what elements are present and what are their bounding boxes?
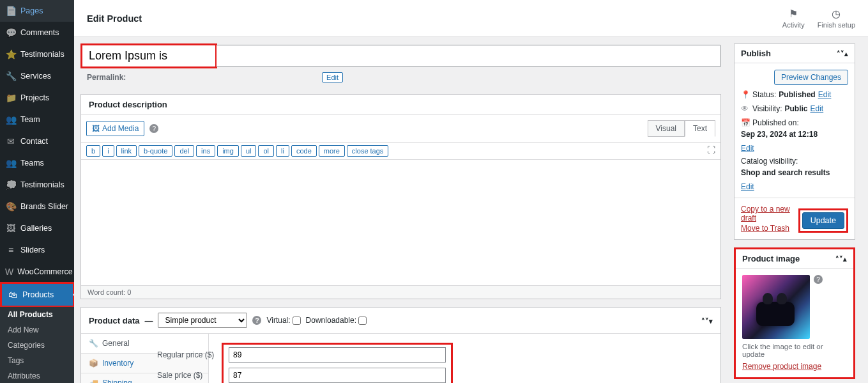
help-icon[interactable]: ? xyxy=(252,316,261,325)
qt-close[interactable]: close tags xyxy=(347,145,389,157)
qt-bold[interactable]: b xyxy=(86,145,100,157)
team-icon: 👥 xyxy=(5,114,17,125)
menu-galleries[interactable]: 🖼Galleries xyxy=(0,217,74,239)
menu-testimonials2[interactable]: 💭Testimonials xyxy=(0,174,74,196)
sliders-icon: ≡ xyxy=(5,244,17,256)
product-title-input[interactable] xyxy=(82,45,215,66)
edit-catalog-link[interactable]: Edit xyxy=(741,182,754,191)
menu-label: Teams xyxy=(20,159,44,168)
products-submenu: All Products Add New Categories Tags Att… xyxy=(0,307,74,383)
preview-changes-button[interactable]: Preview Changes xyxy=(774,70,848,85)
menu-contact[interactable]: ✉Contact xyxy=(0,130,74,152)
menu-woocommerce[interactable]: WWooCommerce xyxy=(0,261,74,283)
menu-pages[interactable]: 📄Pages xyxy=(0,0,74,22)
menu-projects[interactable]: 📁Projects xyxy=(0,87,74,109)
sub-attributes[interactable]: Attributes xyxy=(0,368,74,383)
qt-ul[interactable]: ul xyxy=(241,145,257,157)
folder-icon: 📁 xyxy=(5,92,17,104)
remove-image-link[interactable]: Remove product image xyxy=(742,362,821,371)
eye-icon: 👁 xyxy=(741,104,750,113)
publish-heading: Publish xyxy=(741,49,771,58)
sub-add-new[interactable]: Add New xyxy=(0,322,74,338)
qt-img[interactable]: img xyxy=(217,145,239,157)
copy-draft-link[interactable]: Copy to a new draft xyxy=(741,205,798,223)
page-title: Edit Product xyxy=(87,13,142,24)
virtual-checkbox-label[interactable]: Virtual: xyxy=(266,316,300,325)
product-image-panel: Product image˄˅▴ ? Click the image to ed… xyxy=(736,249,853,377)
editor-tab-text[interactable]: Text xyxy=(685,120,715,137)
update-button[interactable]: Update xyxy=(802,212,844,229)
downloadable-checkbox-label[interactable]: Downloadable: xyxy=(306,316,367,325)
edit-visibility-link[interactable]: Edit xyxy=(810,104,823,113)
qt-italic[interactable]: i xyxy=(102,145,114,157)
permalink-label: Permalink: xyxy=(87,73,126,82)
topbar-actions: ⚑Activity ◷Finish setup xyxy=(782,8,855,29)
sub-tags[interactable]: Tags xyxy=(0,353,74,368)
products-icon: 🛍 xyxy=(7,289,19,301)
menu-label: Galleries xyxy=(20,224,52,233)
menu-comments[interactable]: 💬Comments xyxy=(0,22,74,43)
help-icon[interactable]: ? xyxy=(149,124,158,133)
downloadable-checkbox[interactable] xyxy=(358,317,367,325)
edit-status-link[interactable]: Edit xyxy=(818,90,832,99)
menu-team[interactable]: 👥Team xyxy=(0,109,74,130)
calendar-icon: 📅 xyxy=(741,118,750,127)
pin-icon: 📍 xyxy=(741,90,750,99)
caret-icon[interactable]: ▴ xyxy=(844,50,848,58)
qt-link[interactable]: link xyxy=(116,145,137,157)
sub-categories[interactable]: Categories xyxy=(0,338,74,353)
edit-date-link[interactable]: Edit xyxy=(741,144,754,153)
activity-button[interactable]: ⚑Activity xyxy=(782,8,805,29)
menu-label: Testimonials xyxy=(20,50,65,59)
topbar: Edit Product ⚑Activity ◷Finish setup xyxy=(74,0,868,37)
qt-li[interactable]: li xyxy=(276,145,289,157)
regular-price-label: Regular price ($) xyxy=(157,350,221,359)
permalink-edit-button[interactable]: Edit xyxy=(322,72,343,82)
menu-teams[interactable]: 👥Teams xyxy=(0,152,74,174)
comments-icon: 💬 xyxy=(5,27,17,38)
fullscreen-icon[interactable]: ⛶ xyxy=(707,145,715,155)
help-icon[interactable]: ? xyxy=(814,275,823,284)
qt-del[interactable]: del xyxy=(174,145,194,157)
menu-label: Products xyxy=(22,290,54,299)
qt-ol[interactable]: ol xyxy=(258,145,274,157)
menu-brands[interactable]: 🎨Brands Slider xyxy=(0,196,74,217)
add-media-button[interactable]: 🖼Add Media xyxy=(86,121,144,136)
image-hint: Click the image to edit or update xyxy=(742,343,847,358)
inventory-icon: 📦 xyxy=(89,359,98,368)
virtual-checkbox[interactable] xyxy=(293,317,301,325)
description-heading: Product description xyxy=(89,100,167,109)
menu-products[interactable]: 🛍Products xyxy=(2,284,73,306)
quicktag-bar: b i link b-quote del ins img ul ol li co… xyxy=(81,142,720,160)
publish-panel: Publish˄˅▴ Preview Changes 📍Status: Publ… xyxy=(734,43,855,240)
qt-ins[interactable]: ins xyxy=(196,145,215,157)
truck-icon: 🚚 xyxy=(89,379,98,383)
mail-icon: ✉ xyxy=(5,136,17,147)
menu-sliders[interactable]: ≡Sliders xyxy=(0,239,74,261)
menu-label: Projects xyxy=(20,93,49,102)
sub-all-products[interactable]: All Products xyxy=(0,307,74,322)
menu-label: Services xyxy=(20,72,51,81)
flag-icon: ⚑ xyxy=(782,8,805,20)
media-icon: 🖼 xyxy=(92,124,100,133)
qt-bquote[interactable]: b-quote xyxy=(139,145,172,157)
menu-services[interactable]: 🔧Services xyxy=(0,65,74,87)
qt-more[interactable]: more xyxy=(319,145,345,157)
regular-price-input[interactable] xyxy=(229,347,446,363)
caret-icon[interactable]: ▾ xyxy=(709,317,713,325)
clock-icon: ◷ xyxy=(818,8,855,20)
pages-icon: 📄 xyxy=(5,5,17,17)
editor-tab-visual[interactable]: Visual xyxy=(648,120,685,137)
word-count: Word count: 0 xyxy=(81,285,720,299)
menu-testimonials[interactable]: ⭐Testimonials xyxy=(0,43,74,65)
sale-price-input[interactable] xyxy=(229,368,446,383)
wrench-icon: 🔧 xyxy=(5,70,17,82)
move-trash-link[interactable]: Move to Trash xyxy=(741,224,798,233)
finish-setup-button[interactable]: ◷Finish setup xyxy=(818,8,855,29)
product-type-select[interactable]: Simple product xyxy=(158,313,247,328)
editor-textarea[interactable] xyxy=(81,160,720,285)
product-image[interactable] xyxy=(742,275,810,339)
caret-icon[interactable]: ▴ xyxy=(843,255,847,263)
qt-code[interactable]: code xyxy=(291,145,317,157)
product-title-input-ext[interactable] xyxy=(217,45,720,67)
